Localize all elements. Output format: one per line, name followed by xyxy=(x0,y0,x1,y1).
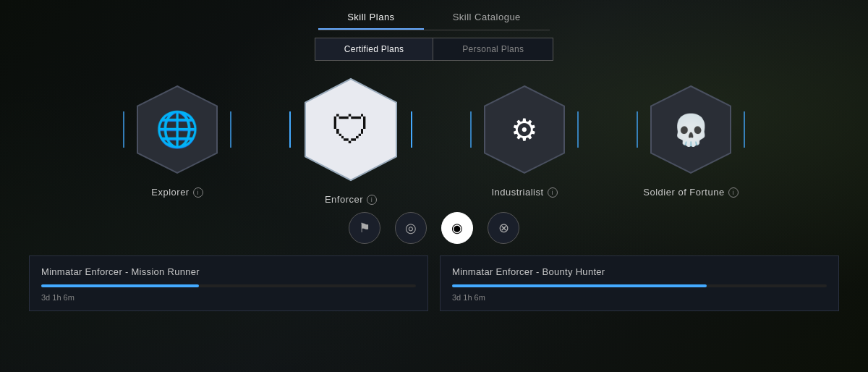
hero-name-soldier: Soldier of Fortune i xyxy=(643,187,738,198)
explorer-label: Explorer xyxy=(151,187,189,198)
plan-card-2-title: Minmatar Enforcer - Bounty Hunter xyxy=(452,266,827,277)
hero-soldier[interactable]: 💀 Soldier of Fortune i xyxy=(637,83,745,198)
hex-wrapper-industrialist: ⚙ xyxy=(470,83,579,177)
soldier-icon: 💀 xyxy=(672,112,710,148)
enforcer-icon: 🛡 xyxy=(331,107,370,152)
side-line-right-industrialist xyxy=(577,111,579,148)
side-line-left-explorer xyxy=(123,111,124,148)
tab-skill-plans[interactable]: Skill Plans xyxy=(318,6,423,30)
side-line-right-soldier xyxy=(744,111,745,148)
plan-card-1-progress-fill xyxy=(41,284,199,287)
explorer-icon: 🌐 xyxy=(156,109,199,150)
hero-enforcer[interactable]: 🛡 Enforcer i xyxy=(289,75,412,205)
side-line-left-enforcer xyxy=(289,111,291,148)
main-content: Skill Plans Skill Catalogue Certified Pl… xyxy=(0,0,868,372)
hero-industrialist[interactable]: ⚙ Industrialist i xyxy=(470,83,579,198)
side-line-left-soldier xyxy=(637,111,638,148)
hero-name-industrialist: Industrialist i xyxy=(491,187,557,198)
plan-card-2[interactable]: Minmatar Enforcer - Bounty Hunter 3d 1h … xyxy=(440,255,839,311)
heroes-row: 🌐 Explorer i 🛡 En xyxy=(0,75,868,205)
hero-name-enforcer: Enforcer i xyxy=(325,194,377,205)
hex-wrapper-explorer: 🌐 xyxy=(123,83,231,177)
industrialist-icon: ⚙ xyxy=(511,112,538,148)
sub-icon-btn-4[interactable]: ⊗ xyxy=(488,212,519,244)
subtab-personal[interactable]: Personal Plans xyxy=(433,38,553,60)
hexagon-explorer: 🌐 xyxy=(130,83,224,177)
explorer-info-icon[interactable]: i xyxy=(193,187,203,198)
hex-wrapper-soldier: 💀 xyxy=(637,83,745,177)
side-line-right-enforcer xyxy=(411,111,412,148)
plan-card-1-time: 3d 1h 6m xyxy=(41,293,416,302)
plan-card-2-time: 3d 1h 6m xyxy=(452,293,827,302)
plan-card-1[interactable]: Minmatar Enforcer - Mission Runner 3d 1h… xyxy=(29,255,428,311)
industrialist-info-icon[interactable]: i xyxy=(548,187,558,198)
plan-card-2-progress-fill xyxy=(452,284,707,287)
hexagon-soldier: 💀 xyxy=(644,83,738,177)
sub-tabs: Certified Plans Personal Plans xyxy=(315,38,553,61)
enforcer-info-icon[interactable]: i xyxy=(367,195,377,205)
sub-icon-btn-3[interactable]: ◉ xyxy=(441,212,473,244)
plan-card-2-progress-bar xyxy=(452,284,827,287)
hexagon-enforcer: 🛡 xyxy=(297,75,405,184)
hero-name-explorer: Explorer i xyxy=(151,187,203,198)
side-line-right-explorer xyxy=(230,111,231,148)
sub-icon-4: ⊗ xyxy=(498,220,509,236)
sub-icon-btn-1[interactable]: ⚑ xyxy=(349,212,380,244)
tab-skill-catalogue[interactable]: Skill Catalogue xyxy=(424,6,550,30)
hex-wrapper-enforcer: 🛡 xyxy=(289,75,412,184)
industrialist-label: Industrialist xyxy=(491,187,543,198)
plan-cards-row: Minmatar Enforcer - Mission Runner 3d 1h… xyxy=(22,255,846,311)
plan-card-1-title: Minmatar Enforcer - Mission Runner xyxy=(41,266,416,277)
hero-explorer[interactable]: 🌐 Explorer i xyxy=(123,83,231,198)
sub-icon-2: ◎ xyxy=(405,220,417,236)
hexagon-industrialist: ⚙ xyxy=(477,83,571,177)
sub-icon-1: ⚑ xyxy=(359,220,370,236)
soldier-label: Soldier of Fortune xyxy=(643,187,724,198)
sub-icons-row: ⚑ ◎ ◉ ⊗ xyxy=(349,212,519,244)
soldier-info-icon[interactable]: i xyxy=(728,187,739,198)
sub-icon-3: ◉ xyxy=(451,220,463,236)
plan-card-1-progress-bar xyxy=(41,284,416,287)
sub-icon-btn-2[interactable]: ◎ xyxy=(395,212,427,244)
main-tabs: Skill Plans Skill Catalogue xyxy=(318,6,550,30)
enforcer-label: Enforcer xyxy=(325,194,363,205)
side-line-left-industrialist xyxy=(470,111,472,148)
subtab-certified[interactable]: Certified Plans xyxy=(315,38,434,60)
